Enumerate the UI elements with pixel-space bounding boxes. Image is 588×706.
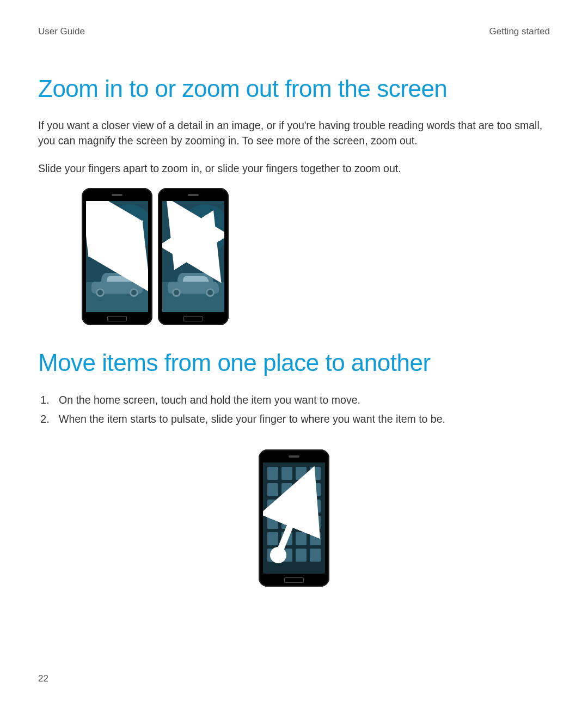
pinch-in-phone (158, 188, 229, 325)
page-header: User Guide Getting started (38, 26, 550, 37)
page-container: User Guide Getting started Zoom in to or… (0, 0, 588, 706)
svg-point-4 (169, 205, 183, 219)
section-title-zoom: Zoom in to or zoom out from the screen (38, 75, 550, 102)
section-title-move: Move items from one place to another (38, 349, 550, 376)
car-icon (89, 271, 145, 297)
car-icon (166, 271, 221, 297)
zoom-illustration-row (82, 188, 550, 325)
drag-item-phone (259, 449, 329, 587)
page-number: 22 (38, 673, 48, 684)
phone-screen (263, 462, 325, 574)
move-steps-list: On the home screen, touch and hold the i… (38, 392, 550, 428)
move-step-1: On the home screen, touch and hold the i… (52, 392, 550, 409)
zoom-paragraph-1: If you want a closer view of a detail in… (38, 118, 550, 149)
doc-title: User Guide (38, 26, 85, 37)
phone-screen (86, 201, 148, 312)
dragged-app-icon (296, 483, 307, 496)
move-step-2: When the item starts to pulsate, slide y… (52, 411, 550, 428)
zoom-paragraph-2: Slide your fingers apart to zoom in, or … (38, 161, 550, 176)
phone-screen (162, 201, 224, 312)
chapter-name: Getting started (489, 26, 550, 37)
home-grid (267, 467, 321, 562)
move-illustration-row (38, 449, 550, 587)
pinch-out-phone (82, 188, 152, 325)
